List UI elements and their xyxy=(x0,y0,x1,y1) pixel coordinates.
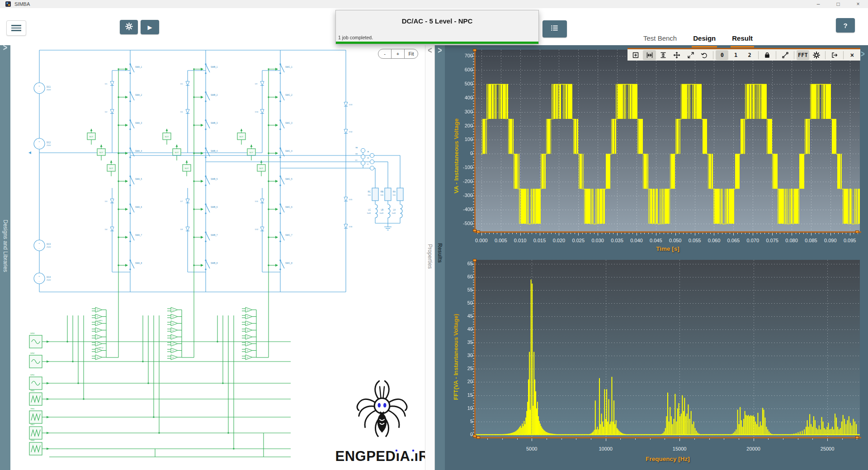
svg-text:SWA_4: SWA_4 xyxy=(135,150,142,152)
svg-text:SWC_1: SWC_1 xyxy=(285,66,292,68)
toolbar-chevron-icon[interactable]: > xyxy=(861,48,865,58)
time-plot-x-tick-label: 0.095 xyxy=(844,238,856,243)
help-button[interactable]: ? xyxy=(836,18,855,33)
hamburger-icon xyxy=(11,25,21,26)
time-plot-canvas[interactable] xyxy=(468,49,862,237)
1-button[interactable]: 1 xyxy=(729,50,742,60)
time-plot-x-tick-label: 0.015 xyxy=(533,238,546,243)
svg-text:>: > xyxy=(247,349,248,352)
2-button[interactable]: 2 xyxy=(743,50,756,60)
undo-button[interactable] xyxy=(698,50,711,60)
fft-plot-y-tick-label: 40 xyxy=(452,326,473,332)
svg-text:100: 100 xyxy=(380,194,383,196)
fft-plot-y-tick-label: 5 xyxy=(452,418,473,424)
fft-plot-y-tick-label: 45 xyxy=(452,313,473,319)
time-plot-y-tick-label: -100 xyxy=(452,164,473,170)
close-button[interactable]: × xyxy=(848,1,868,7)
results-panel-toggle[interactable]: > Results xyxy=(435,39,445,470)
svg-text:TRI8: TRI8 xyxy=(30,439,35,442)
run-button[interactable]: ▶ xyxy=(141,20,159,34)
engpedia-watermark-text: ENGPEDıA.ıR xyxy=(335,448,425,464)
time-plot-xlabel: Time [s] xyxy=(476,245,860,252)
close-button[interactable]: × xyxy=(846,50,859,60)
maximize-button[interactable]: □ xyxy=(828,1,848,7)
svg-text:SIN2: SIN2 xyxy=(30,352,35,354)
svg-text:250V: 250V xyxy=(47,89,51,91)
fft-button[interactable]: FFT xyxy=(797,50,809,60)
zoom-box-button[interactable] xyxy=(629,50,642,60)
fft-plot-x-tick-label: 25000 xyxy=(821,446,835,451)
time-plot-y-tick-label: 100 xyxy=(452,136,473,142)
fft-plot-x-tick-label: 10000 xyxy=(599,446,613,451)
svg-text:DC2: DC2 xyxy=(47,141,51,144)
svg-text:>: > xyxy=(97,343,98,345)
job-notification[interactable]: DC/AC - 5 Level - NPC 1 job completed. xyxy=(335,10,539,44)
svg-text:D8: D8 xyxy=(180,228,183,230)
sidebar-label: Designs and Libraries xyxy=(2,220,9,272)
svg-text:D4: D4 xyxy=(105,228,108,230)
zoom-out-button[interactable]: - xyxy=(378,49,392,58)
notification-progress xyxy=(336,42,538,44)
svg-text:TRI7: TRI7 xyxy=(30,423,35,426)
svg-text:100: 100 xyxy=(392,194,396,196)
zoom-in-button[interactable]: + xyxy=(392,49,405,58)
svg-text:D7: D7 xyxy=(180,200,183,202)
menu-button[interactable] xyxy=(6,20,26,36)
svg-text:>: > xyxy=(172,309,174,311)
svg-text:NOT: NOT xyxy=(99,151,104,154)
expand-button[interactable] xyxy=(684,50,697,60)
sidebar-designs-libraries[interactable]: > Designs and Libraries xyxy=(0,39,10,470)
fit-horizontal-button[interactable] xyxy=(643,50,656,60)
svg-text:250V: 250V xyxy=(47,144,51,146)
svg-text:+: + xyxy=(38,85,40,87)
zoom-fit-button[interactable]: Fit xyxy=(405,49,418,58)
tab-design[interactable]: Design xyxy=(692,34,717,47)
svg-text:SWC_7: SWC_7 xyxy=(285,234,292,236)
gear-button[interactable] xyxy=(810,50,823,60)
list-icon xyxy=(551,24,559,33)
svg-text:SWA_3: SWA_3 xyxy=(135,122,142,124)
svg-text:D5: D5 xyxy=(180,83,183,85)
fft-plot-canvas[interactable] xyxy=(468,259,862,442)
svg-text:>: > xyxy=(247,329,248,332)
minimize-button[interactable]: – xyxy=(808,1,828,7)
pan-button[interactable] xyxy=(670,50,683,60)
tab-test-bench[interactable]: Test Bench xyxy=(642,34,678,47)
time-plot-x-tick-label: 0.030 xyxy=(591,238,604,243)
schematic-canvas[interactable]: +-DC1250V+-DC2250V+-DC3250V+-DC4250VSWA_… xyxy=(10,39,425,470)
toolbar-separator xyxy=(776,51,776,59)
svg-text:D3: D3 xyxy=(105,200,108,202)
svg-text:D9: D9 xyxy=(255,83,258,85)
jobs-button[interactable] xyxy=(542,20,567,38)
fit-vertical-button[interactable] xyxy=(657,50,670,60)
svg-text:VA: VA xyxy=(355,146,358,149)
measure-button[interactable] xyxy=(778,50,791,60)
settings-button[interactable] xyxy=(120,20,138,34)
time-plot-y-tick-label: 700 xyxy=(452,53,473,58)
svg-text:NOT: NOT xyxy=(165,136,169,138)
lock-button[interactable] xyxy=(761,50,774,60)
svg-text:VB: VB xyxy=(355,153,358,155)
0-button[interactable]: 0 xyxy=(716,50,728,60)
svg-text:>: > xyxy=(97,322,98,325)
toolbar-separator xyxy=(758,51,759,59)
tab-result[interactable]: Result xyxy=(731,34,754,47)
tabs: Test BenchDesignResult xyxy=(642,34,754,47)
svg-text:100: 100 xyxy=(368,194,371,196)
export-button[interactable] xyxy=(828,50,840,60)
titlebar: SIMBA – □ × xyxy=(0,0,868,8)
fft-plot-y-tick-label: 35 xyxy=(452,339,473,345)
svg-text:>: > xyxy=(97,349,98,352)
svg-text:+: + xyxy=(38,140,40,143)
time-plot-x-tick-label: 0.085 xyxy=(805,238,817,243)
svg-text:LB: LB xyxy=(381,209,383,211)
time-plot-y-tick-label: 0 xyxy=(452,150,473,156)
svg-text:SWB_4: SWB_4 xyxy=(211,150,218,152)
notification-title: DC/AC - 5 Level - NPC xyxy=(336,17,538,25)
fft-plot-y-tick-label: 10 xyxy=(452,405,473,411)
svg-text:-: - xyxy=(39,280,40,283)
time-plot-x-tick-label: 0.050 xyxy=(669,238,682,243)
time-plot-x-tick-label: 0.080 xyxy=(785,238,798,243)
properties-panel-toggle[interactable]: < Properties xyxy=(425,39,435,470)
svg-text:>: > xyxy=(172,315,174,318)
